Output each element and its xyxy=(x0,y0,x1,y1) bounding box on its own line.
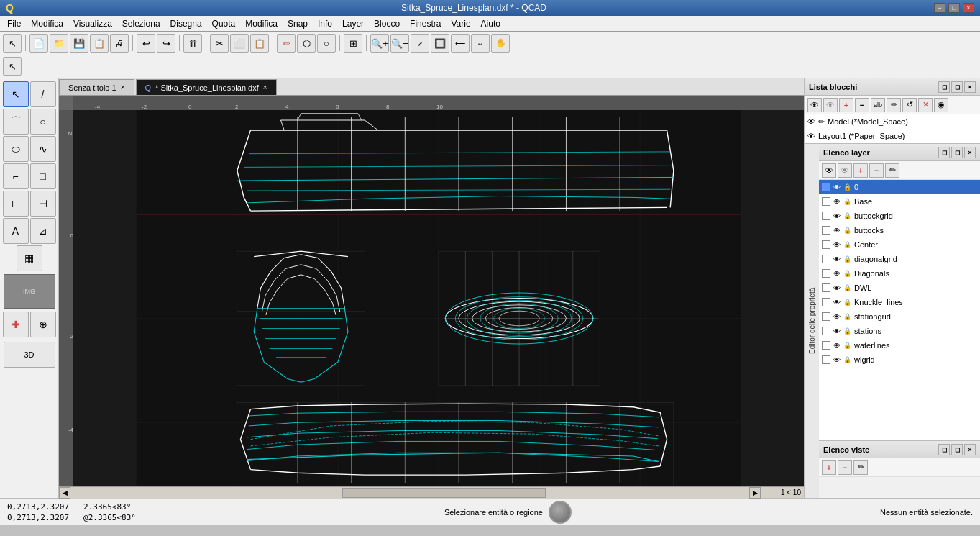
menu-disegna[interactable]: Disegna xyxy=(166,17,206,30)
block-item-layout[interactable]: 👁 Layout1 (*Paper_Space) xyxy=(805,129,980,143)
layer-item-dwl[interactable]: 👁 🔒 DWL xyxy=(819,281,980,295)
tab-untitled[interactable]: Senza titolo 1 × xyxy=(59,79,134,95)
block-eye3-btn[interactable]: ◉ xyxy=(934,98,948,112)
layer-item-buttockgrid[interactable]: 👁 🔒 buttockgrid xyxy=(819,209,980,223)
erase-button[interactable]: 🗑 xyxy=(183,34,202,53)
polyline-tool[interactable]: ⌐ xyxy=(3,163,29,189)
layer-item-base[interactable]: 👁 🔒 Base xyxy=(819,194,980,209)
copy-button[interactable]: ⬜ xyxy=(230,34,249,53)
scroll-left-button[interactable]: ◀ xyxy=(59,487,70,499)
drawing-canvas[interactable] xyxy=(73,110,804,486)
print-button[interactable]: 🖨 xyxy=(110,34,129,53)
zoom-previous-button[interactable]: ⟵ xyxy=(451,34,470,53)
select-arrow-button[interactable]: ↖ xyxy=(3,57,22,76)
scroll-right-button[interactable]: ▶ xyxy=(749,487,761,499)
menu-layer[interactable]: Layer xyxy=(338,17,368,30)
circle-tool[interactable]: ○ xyxy=(30,109,56,135)
layer-item-diagonals[interactable]: 👁 🔒 Diagonals xyxy=(819,266,980,281)
block-edit-btn[interactable]: ✏ xyxy=(887,98,901,112)
minimize-button[interactable]: − xyxy=(934,3,945,13)
layer-item-stations[interactable]: 👁 🔒 stations xyxy=(819,324,980,338)
menu-info[interactable]: Info xyxy=(313,17,336,30)
rectangle-tool[interactable]: □ xyxy=(30,163,56,189)
tab-close-untitled[interactable]: × xyxy=(121,83,125,91)
views-panel-btn2[interactable]: ◻ xyxy=(951,444,963,455)
layers-panel-close[interactable]: × xyxy=(964,147,976,158)
close-button[interactable]: × xyxy=(963,3,974,13)
block-add-btn[interactable]: + xyxy=(839,98,853,112)
draw-circle-button[interactable]: ○ xyxy=(317,34,336,53)
blocks-panel-btn2[interactable]: ◻ xyxy=(951,81,963,93)
ellipse-tool[interactable]: ⬭ xyxy=(3,136,29,162)
menu-file[interactable]: File xyxy=(3,17,25,30)
pan-button[interactable]: ✋ xyxy=(491,34,510,53)
extend-tool[interactable]: ⊣ xyxy=(30,191,56,217)
view-edit-btn[interactable]: ✏ xyxy=(853,460,868,475)
new-button[interactable]: 📄 xyxy=(29,34,48,53)
scroll-thumb-h[interactable] xyxy=(342,488,546,498)
menu-seleziona[interactable]: Seleziona xyxy=(118,17,165,30)
layer-item-waterlines[interactable]: 👁 🔒 waterlines xyxy=(819,338,980,353)
layer-item-stationgrid[interactable]: 👁 🔒 stationgrid xyxy=(819,309,980,324)
block-item-model[interactable]: 👁 ✏ Model (*Model_Space) xyxy=(805,114,980,129)
spline-tool[interactable]: ∿ xyxy=(30,136,56,162)
layer-item-knuckle[interactable]: 👁 🔒 Knuckle_lines xyxy=(819,295,980,309)
block-name-btn[interactable]: alb xyxy=(871,98,885,112)
layer-item-wlgrid[interactable]: 👁 🔒 wlgrid xyxy=(819,353,980,367)
menu-aiuto[interactable]: Aiuto xyxy=(477,17,505,30)
layers-panel-btn1[interactable]: ◻ xyxy=(938,147,950,158)
3d-tool[interactable]: 3D xyxy=(4,342,55,368)
views-panel-close[interactable]: × xyxy=(964,444,976,455)
draw-line-button[interactable]: ✏ xyxy=(277,34,296,53)
layer-edit-btn[interactable]: ✏ xyxy=(885,163,899,178)
save-as-button[interactable]: 📋 xyxy=(90,34,109,53)
menu-visualizza[interactable]: Visualizza xyxy=(69,17,116,30)
layer-vis-btn[interactable]: 👁 xyxy=(822,163,836,178)
layer-vis2-btn[interactable]: 👁 xyxy=(838,163,852,178)
arc-tool[interactable]: ⌒ xyxy=(3,109,29,135)
zoom-out-button[interactable]: 🔍− xyxy=(390,34,409,53)
layer-item-0[interactable]: 👁 🔒 0 xyxy=(819,180,980,194)
grid-button[interactable]: ⊞ xyxy=(344,34,362,53)
zoom-fit-button[interactable]: ⤢ xyxy=(411,34,429,53)
menu-quota[interactable]: Quota xyxy=(208,17,240,30)
blocks-panel-btn1[interactable]: ◻ xyxy=(938,81,950,93)
block-refresh-btn[interactable]: ↺ xyxy=(902,98,917,112)
trim-tool[interactable]: ⊢ xyxy=(3,191,29,217)
hatch-tool[interactable]: ▦ xyxy=(17,245,42,271)
open-button[interactable]: 📁 xyxy=(50,34,68,53)
menu-blocco[interactable]: Blocco xyxy=(370,17,404,30)
views-panel-btn1[interactable]: ◻ xyxy=(938,444,950,455)
layer-item-buttocks[interactable]: 👁 🔒 buttocks xyxy=(819,223,980,237)
canvas-area[interactable]: -4 -2 0 2 4 6 8 10 2 0 -2 -4 xyxy=(59,96,804,486)
undo-button[interactable]: ↩ xyxy=(137,34,155,53)
redo-button[interactable]: ↪ xyxy=(157,34,175,53)
save-button[interactable]: 💾 xyxy=(70,34,88,53)
draw-poly-button[interactable]: ⬡ xyxy=(297,34,316,53)
crosshair-tool[interactable]: ⊕ xyxy=(30,312,56,337)
snap-tool[interactable]: ✚ xyxy=(3,312,29,337)
zoom-realtime-button[interactable]: ↔ xyxy=(471,34,490,53)
menu-finestra[interactable]: Finestra xyxy=(406,17,445,30)
select-button[interactable]: ↖ xyxy=(3,81,29,107)
tab-close-sitka[interactable]: × xyxy=(263,83,267,91)
block-del-btn[interactable]: ✕ xyxy=(918,98,933,112)
layer-add-btn[interactable]: + xyxy=(853,163,868,178)
menu-modifica2[interactable]: Modifica xyxy=(241,17,282,30)
menu-snap[interactable]: Snap xyxy=(283,17,312,30)
text-tool[interactable]: A xyxy=(3,218,29,244)
menu-varie[interactable]: Varie xyxy=(447,17,475,30)
dim-tool[interactable]: ⊿ xyxy=(30,218,56,244)
zoom-window-button[interactable]: 🔲 xyxy=(431,34,449,53)
maximize-button[interactable]: □ xyxy=(948,3,960,13)
layer-remove-btn[interactable]: − xyxy=(869,163,884,178)
layers-panel-btn2[interactable]: ◻ xyxy=(951,147,963,158)
zoom-in-button[interactable]: 🔍+ xyxy=(370,34,389,53)
layer-item-center[interactable]: 👁 🔒 Center xyxy=(819,237,980,252)
view-add-btn[interactable]: + xyxy=(822,460,836,475)
block-eye2-btn[interactable]: 👁 xyxy=(823,98,838,112)
cut-button[interactable]: ✂ xyxy=(210,34,229,53)
menu-modifica[interactable]: Modifica xyxy=(27,17,68,30)
blocks-panel-close[interactable]: × xyxy=(964,81,976,93)
scroll-track-h[interactable] xyxy=(70,487,749,499)
